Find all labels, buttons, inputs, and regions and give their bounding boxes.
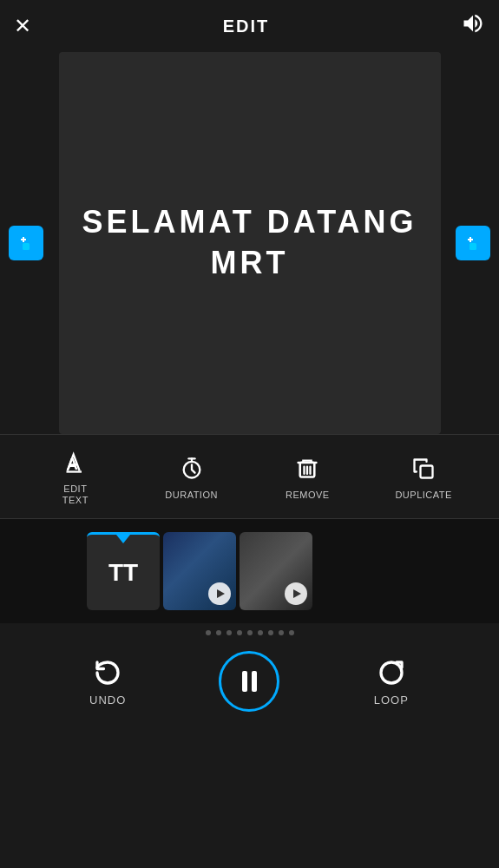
timeline-item-img2[interactable] xyxy=(240,532,312,610)
svg-rect-7 xyxy=(469,243,476,250)
preview-canvas: SELAMAT DATANG MRT xyxy=(59,52,441,434)
edit-text-icon: A xyxy=(60,447,91,478)
duration-icon xyxy=(176,453,207,484)
undo-icon xyxy=(92,657,123,688)
duration-button[interactable]: DURATION xyxy=(161,453,222,501)
svg-rect-2 xyxy=(23,237,24,242)
play-button-img1[interactable] xyxy=(208,582,231,605)
timeline-text-icon: TT xyxy=(108,559,138,587)
timeline: TT xyxy=(0,519,499,623)
close-icon[interactable]: ✕ xyxy=(14,14,31,38)
duration-label: DURATION xyxy=(165,490,218,501)
loop-label: LOOP xyxy=(374,694,409,707)
pause-icon xyxy=(242,671,257,692)
remove-icon xyxy=(292,453,323,484)
undo-label: UNDO xyxy=(89,694,126,707)
dot xyxy=(227,630,232,635)
dot xyxy=(216,630,221,635)
play-button-img2[interactable] xyxy=(285,582,307,605)
svg-rect-3 xyxy=(23,243,30,250)
dot xyxy=(206,630,211,635)
remove-button[interactable]: REMOVE xyxy=(277,453,338,501)
preview-line2: MRT xyxy=(82,243,417,284)
edit-text-label: EDITTEXT xyxy=(62,483,89,506)
loop-button[interactable]: LOOP xyxy=(357,657,426,707)
header-title: EDIT xyxy=(223,16,270,36)
preview-text: SELAMAT DATANG MRT xyxy=(82,202,417,284)
preview-container: SELAMAT DATANG MRT xyxy=(0,52,499,434)
add-left-button[interactable] xyxy=(9,226,43,260)
dot xyxy=(258,630,263,635)
undo-button[interactable]: UNDO xyxy=(73,657,142,707)
timeline-item-img1[interactable] xyxy=(163,532,236,610)
bottom-controls: UNDO LOOP xyxy=(0,642,499,729)
dot xyxy=(247,630,253,635)
dot xyxy=(237,630,242,635)
duplicate-icon xyxy=(408,453,439,484)
timeline-item-text[interactable]: TT xyxy=(87,532,160,610)
sound-icon[interactable] xyxy=(461,11,485,41)
dot xyxy=(289,630,294,635)
play-pause-button[interactable] xyxy=(219,651,279,712)
dots-row xyxy=(0,623,499,642)
remove-label: REMOVE xyxy=(286,490,330,501)
add-right-button[interactable] xyxy=(456,226,490,260)
svg-rect-18 xyxy=(421,465,433,477)
preview-line1: SELAMAT DATANG xyxy=(82,202,417,243)
duplicate-button[interactable]: DUPLICATE xyxy=(393,453,454,501)
header: ✕ EDIT xyxy=(0,0,499,52)
svg-rect-6 xyxy=(469,237,471,242)
edit-text-button[interactable]: A EDITTEXT xyxy=(45,447,106,506)
dot xyxy=(279,630,284,635)
loop-icon xyxy=(376,657,407,688)
dot xyxy=(268,630,273,635)
duplicate-label: DUPLICATE xyxy=(395,490,451,501)
toolbar: A EDITTEXT DURATION xyxy=(0,435,499,518)
